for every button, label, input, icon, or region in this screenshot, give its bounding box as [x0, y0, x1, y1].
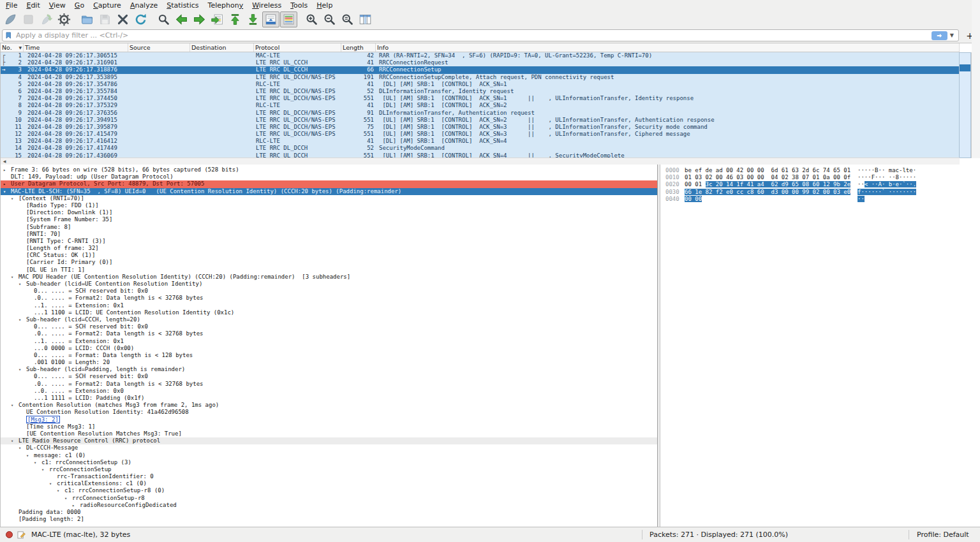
apply-filter-button[interactable]	[932, 31, 947, 40]
detail-line[interactable]: ..0. .... = Extension: 0x0	[1, 388, 657, 395]
detail-line[interactable]: UE Contention Resolution Identity: 41a46…	[1, 409, 657, 416]
last-packet-button[interactable]	[244, 11, 262, 27]
expander-icon[interactable]: ▾	[49, 481, 57, 488]
auto-scroll-button[interactable]	[262, 11, 279, 27]
status-profile[interactable]: Profile: Default	[917, 531, 969, 539]
column-header-length[interactable]: Length	[341, 43, 376, 52]
packet-list-scrollbar[interactable]: ▲ ▼	[971, 52, 980, 158]
hex-line[interactable]: 004000 00··	[665, 196, 980, 203]
detail-line[interactable]: 0... .... = SCH reserved bit: 0x0	[1, 288, 657, 295]
packet-row[interactable]: →32024-04-28 09:26:17.318876LTE RRC DL_C…	[1, 66, 960, 73]
packet-row[interactable]: 142024-04-28 09:26:17.417449LTE RRC DL_D…	[1, 145, 960, 152]
detail-line[interactable]: ▾[Context (RNTI=70)]	[1, 195, 657, 202]
detail-line[interactable]: Padding data: 0000	[1, 509, 657, 516]
expander-icon[interactable]: ▾	[64, 495, 72, 502]
detail-line[interactable]: ▾message: c1 (0)	[1, 452, 657, 459]
capture-options-button[interactable]	[56, 11, 73, 27]
zoom-in-button[interactable]	[303, 11, 320, 27]
detail-line[interactable]: DLT: 149, Payload: udp (User Datagram Pr…	[1, 173, 657, 180]
next-packet-button[interactable]	[191, 11, 208, 27]
detail-line[interactable]: .0.. .... = Format2: Data length is < 32…	[1, 330, 657, 337]
detail-line[interactable]: ...1 1111 = LCID: Padding (0x1f)	[1, 395, 657, 402]
detail-line[interactable]: ..1. .... = Extension: 0x1	[1, 302, 657, 309]
detail-line[interactable]: [CRC Status: OK (1)]	[1, 252, 657, 259]
detail-line[interactable]: ▾c1: rrcConnectionSetup (3)	[1, 459, 657, 466]
expander-icon[interactable]: ▾	[11, 196, 19, 203]
hex-line[interactable]: 0000be ef de ad 00 42 00 00 6d 61 63 2d …	[665, 167, 980, 174]
packet-list-minimap[interactable]	[959, 52, 971, 158]
display-filter-input[interactable]: Apply a display filter ... <Ctrl-/> ▼	[2, 29, 959, 41]
expander-icon[interactable]: ▾	[34, 460, 41, 467]
column-header-source[interactable]: Source	[128, 43, 190, 52]
detail-line[interactable]: ▾criticalExtensions: c1 (0)	[1, 480, 657, 487]
expander-icon[interactable]: ▸	[3, 181, 11, 188]
menu-help[interactable]: Help	[312, 1, 337, 10]
packet-row[interactable]: 72024-04-28 09:26:17.374450LTE RRC UL_DC…	[1, 95, 960, 102]
capture-comment-icon[interactable]	[17, 531, 26, 539]
detail-line[interactable]: ▾Contention Resolution (matches Msg3 fro…	[1, 402, 657, 409]
detail-line[interactable]: [RNTI: 70]	[1, 231, 657, 238]
menu-edit[interactable]: Edit	[22, 1, 44, 10]
detail-line[interactable]: [DL UE in TTI: 1]	[1, 267, 657, 274]
detail-line[interactable]: ▾c1: rrcConnectionSetup-r8 (0)	[1, 487, 657, 494]
open-file-button[interactable]	[78, 11, 96, 27]
detail-line[interactable]: [Direction: Downlink (1)]	[1, 209, 657, 216]
previous-packet-button[interactable]	[173, 11, 190, 27]
detail-line[interactable]: 0... .... = SCH reserved bit: 0x0	[1, 373, 657, 380]
detail-line[interactable]: [Length of frame: 32]	[1, 245, 657, 252]
detail-line[interactable]: [Time since Msg3: 1]	[1, 423, 657, 430]
menu-tools[interactable]: Tools	[286, 1, 312, 10]
hex-line[interactable]: 002000 01 3c 20 14 1f 41 a4 62 d9 65 08 …	[665, 181, 980, 188]
find-packet-button[interactable]	[155, 11, 172, 27]
expander-icon[interactable]: ▾	[11, 402, 19, 409]
packet-row[interactable]: ├22024-04-28 09:26:17.316901LTE RRC UL_C…	[1, 59, 960, 66]
packet-row[interactable]: 132024-04-28 09:26:17.416412RLC-LTE41 [D…	[1, 138, 960, 145]
expander-icon[interactable]: ▾	[19, 367, 26, 374]
menu-capture[interactable]: Capture	[89, 1, 126, 10]
detail-line[interactable]: .0.. .... = Format2: Data length is < 32…	[1, 381, 657, 388]
expander-icon[interactable]: ▾	[3, 189, 11, 196]
hex-line[interactable]: 001001 03 02 00 46 03 00 00 04 02 38 07 …	[665, 174, 980, 181]
detail-line[interactable]: [System Frame Number: 35]	[1, 216, 657, 223]
expander-icon[interactable]: ▾	[41, 467, 49, 474]
expert-info-icon[interactable]	[6, 531, 13, 538]
detail-line[interactable]: ▾MAC-LTE DL-SCH: (SFN=35 , SF=8) UEId=0 …	[1, 188, 657, 195]
menu-analyze[interactable]: Analyze	[126, 1, 162, 10]
menu-statistics[interactable]: Statistics	[162, 1, 203, 10]
close-file-button[interactable]	[114, 11, 131, 27]
expander-icon[interactable]: ▾	[19, 445, 26, 452]
first-packet-button[interactable]	[226, 11, 244, 27]
detail-line[interactable]: ▾rrcConnectionSetup-r8	[1, 495, 657, 502]
expander-icon[interactable]: ▾	[19, 281, 26, 288]
filter-dropdown-caret-icon[interactable]: ▼	[947, 33, 956, 38]
goto-packet-button[interactable]	[209, 11, 226, 27]
detail-line[interactable]: ▾DL-CCCH-Message	[1, 444, 657, 451]
packet-row[interactable]: 82024-04-28 09:26:17.375329RLC-LTE41 [DL…	[1, 102, 960, 109]
zoom-out-button[interactable]	[321, 11, 338, 27]
zoom-reset-button[interactable]	[339, 11, 356, 27]
column-header-info[interactable]: Info	[376, 43, 960, 52]
column-header-no[interactable]: No.▼	[1, 43, 24, 52]
detail-line[interactable]: ▾Sub-header (lcid=UE Contention Resoluti…	[1, 281, 657, 288]
detail-line[interactable]: [Carrier Id: Primary (0)]	[1, 259, 657, 266]
detail-line[interactable]: ▸Frame 3: 66 bytes on wire (528 bits), 6…	[1, 166, 657, 173]
packet-row[interactable]: 62024-04-28 09:26:17.355784LTE RRC DL_DC…	[1, 88, 960, 95]
column-header-time[interactable]: Time	[24, 43, 128, 52]
detail-line[interactable]: ▸User Datagram Protocol, Src Port: 48879…	[1, 180, 657, 187]
expander-icon[interactable]: ▾	[11, 274, 19, 281]
packet-row[interactable]: ┌12024-04-28 09:26:17.306515MAC-LTE42RAR…	[1, 52, 960, 59]
column-header-protocol[interactable]: Protocol	[254, 43, 341, 52]
packet-row[interactable]: 102024-04-28 09:26:17.394915LTE RRC UL_D…	[1, 117, 960, 124]
detail-line[interactable]: [Radio Type: FDD (1)]	[1, 202, 657, 209]
start-capture-button[interactable]	[2, 11, 19, 27]
packet-row[interactable]: 92024-04-28 09:26:17.376356LTE RRC DL_DC…	[1, 110, 960, 117]
packet-row[interactable]: 42024-04-28 09:26:17.353895LTE RRC UL_DC…	[1, 74, 960, 81]
detail-line[interactable]: 0... .... = SCH reserved bit: 0x0	[1, 323, 657, 330]
scroll-down-icon[interactable]: ▼	[972, 0, 980, 158]
detail-line[interactable]: [Subframe: 8]	[1, 224, 657, 231]
detail-line[interactable]: ▾rrcConnectionSetup	[1, 466, 657, 473]
menu-view[interactable]: View	[45, 1, 70, 10]
colorize-button[interactable]	[280, 11, 297, 27]
detail-line[interactable]: 0... .... = Format: Data length is < 128…	[1, 352, 657, 359]
detail-line[interactable]: ▸radioResourceConfigDedicated	[1, 502, 657, 509]
